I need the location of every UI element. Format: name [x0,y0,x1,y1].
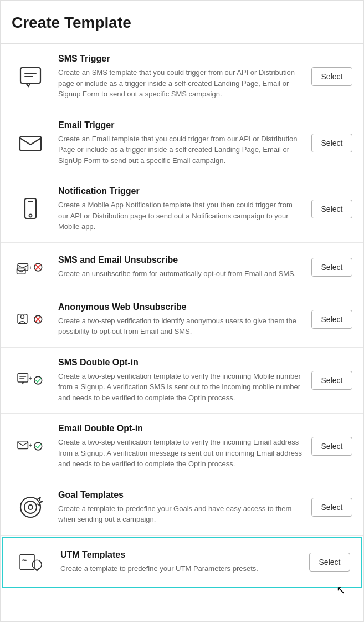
template-item-sms-trigger: SMS Trigger Create an SMS template that … [1,44,363,110]
template-item-email-trigger: Email Trigger Create an Email template t… [1,110,363,177]
template-item-sms-email-unsubscribe: + SMS and Email Unsubscribe Create an un… [1,243,363,292]
anon-unsubscribe-icon: + [12,305,49,334]
svg-point-28 [24,501,37,513]
template-desc-email-double-optin: Create a two-step verification template … [58,437,303,470]
select-button-sms-email-unsubscribe[interactable]: Select [311,258,352,277]
svg-point-5 [29,215,32,217]
template-name-goal-templates: Goal Templates [58,490,303,500]
template-content-sms-email-unsubscribe: SMS and Email Unsubscribe Create an unsu… [58,255,303,279]
page-container: Create Template SMS Trigger Create an SM… [0,0,364,622]
template-item-email-double-optin: + Email Double Opt-in Create a two-step … [1,414,363,480]
svg-point-26 [34,442,42,450]
template-content-utm-templates: UTM Templates Create a template to prede… [60,550,300,574]
template-desc-utm-templates: Create a template to predefine your UTM … [60,563,300,574]
select-button-notification-trigger[interactable]: Select [311,200,352,218]
template-desc-email-trigger: Create an Email template that you could … [58,134,303,166]
svg-rect-3 [20,136,41,151]
template-name-email-trigger: Email Trigger [58,120,303,130]
template-content-email-trigger: Email Trigger Create an Email template t… [58,120,303,166]
svg-point-29 [28,505,33,509]
template-item-utm-templates: www UTM Templates Create a template to p… [2,537,362,588]
select-button-utm-templates[interactable]: Select [309,553,350,572]
svg-point-14 [20,315,24,318]
template-item-goal-templates: Goal Templates Create a template to pred… [1,480,363,536]
svg-text:+: + [29,442,32,448]
select-button-email-double-optin[interactable]: Select [311,437,352,456]
page-title: Create Template [12,14,352,32]
svg-text:+: + [28,315,32,322]
notification-icon [12,195,49,223]
svg-text:+: + [29,264,32,271]
template-name-sms-trigger: SMS Trigger [58,54,303,64]
template-desc-anonymous-web-unsubscribe: Create a two-step verification to identi… [58,315,303,337]
template-desc-sms-email-unsubscribe: Create an unsubscribe form for automatic… [58,268,303,279]
select-button-goal-templates[interactable]: Select [311,498,352,517]
template-name-sms-email-unsubscribe: SMS and Email Unsubscribe [58,255,303,265]
svg-rect-19 [18,374,28,382]
email-optin-icon: + [12,432,49,461]
svg-point-23 [34,376,42,384]
template-desc-goal-templates: Create a template to predefine your Goal… [58,503,303,525]
select-button-sms-double-optin[interactable]: Select [311,371,352,390]
template-content-sms-double-optin: SMS Double Opt-in Create a two-step veri… [58,358,303,404]
template-name-notification-trigger: Notification Trigger [58,186,303,196]
svg-rect-0 [20,68,40,83]
svg-text:+: + [29,375,32,381]
template-desc-sms-double-optin: Create a two-step verification template … [58,371,303,404]
select-button-email-trigger[interactable]: Select [311,134,352,152]
svg-rect-13 [18,314,27,324]
goal-icon [12,493,49,522]
template-content-notification-trigger: Notification Trigger Create a Mobile App… [58,186,303,232]
unsubscribe-icon: + [12,253,49,282]
svg-rect-7 [18,263,28,270]
template-desc-notification-trigger: Create a Mobile App Notification templat… [58,200,303,232]
svg-point-27 [20,497,40,517]
svg-text:www: www [22,558,27,562]
sms-icon [12,62,49,91]
template-content-email-double-optin: Email Double Opt-in Create a two-step ve… [58,424,303,470]
template-name-utm-templates: UTM Templates [60,550,300,560]
svg-rect-30 [20,554,34,570]
template-desc-sms-trigger: Create an SMS template that you could tr… [58,67,303,100]
template-name-anonymous-web-unsubscribe: Anonymous Web Unsubscribe [58,302,303,312]
email-icon [12,129,49,157]
template-item-anonymous-web-unsubscribe: + Anonymous Web Unsubscribe Create a two… [1,292,363,348]
template-content-anonymous-web-unsubscribe: Anonymous Web Unsubscribe Create a two-s… [58,302,303,337]
template-content-goal-templates: Goal Templates Create a template to pred… [58,490,303,525]
cursor-icon: ↖ [336,583,346,596]
page-header: Create Template [1,1,363,44]
sms-optin-icon: + [12,366,49,395]
template-content-sms-trigger: SMS Trigger Create an SMS template that … [58,54,303,100]
utm-icon: www [14,548,52,577]
select-button-sms-trigger[interactable]: Select [311,67,352,86]
template-name-email-double-optin: Email Double Opt-in [58,424,303,434]
template-item-notification-trigger: Notification Trigger Create a Mobile App… [1,176,363,243]
select-button-anonymous-web-unsubscribe[interactable]: Select [311,310,352,329]
template-list: SMS Trigger Create an SMS template that … [1,44,363,588]
template-item-sms-double-optin: + SMS Double Opt-in Create a two-step ve… [1,348,363,414]
template-name-sms-double-optin: SMS Double Opt-in [58,358,303,368]
